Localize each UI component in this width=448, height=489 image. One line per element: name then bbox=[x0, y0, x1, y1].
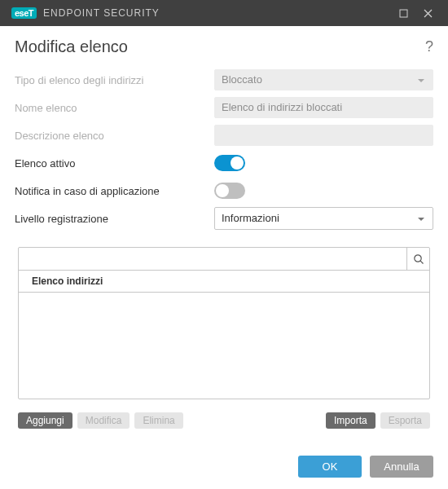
ok-button[interactable]: OK bbox=[298, 456, 362, 478]
type-select: Bloccato bbox=[214, 69, 433, 90]
svg-point-3 bbox=[414, 254, 420, 261]
description-field bbox=[214, 125, 433, 146]
add-button[interactable]: Aggiungi bbox=[18, 412, 72, 429]
active-toggle[interactable] bbox=[214, 155, 245, 171]
list-body bbox=[19, 293, 429, 399]
edit-button: Modifica bbox=[77, 412, 130, 429]
loglevel-label: Livello registrazione bbox=[15, 213, 214, 225]
window-close-button[interactable] bbox=[415, 0, 440, 26]
svg-line-4 bbox=[420, 261, 423, 263]
page-title: Modifica elenco bbox=[15, 37, 128, 56]
search-button[interactable] bbox=[406, 248, 429, 271]
search-icon bbox=[413, 253, 424, 265]
maximize-icon bbox=[399, 9, 408, 18]
search-input[interactable] bbox=[19, 249, 406, 270]
loglevel-select[interactable]: Informazioni bbox=[214, 207, 433, 230]
description-label: Descrizione elenco bbox=[15, 130, 214, 142]
svg-rect-0 bbox=[400, 10, 407, 17]
type-label: Tipo di elenco degli indirizzi bbox=[15, 74, 214, 86]
delete-button: Elimina bbox=[134, 412, 182, 429]
notify-label: Notifica in caso di applicazione bbox=[15, 185, 214, 197]
close-icon bbox=[424, 9, 433, 18]
active-label: Elenco attivo bbox=[15, 157, 214, 170]
help-button[interactable]: ? bbox=[425, 38, 433, 55]
import-button[interactable]: Importa bbox=[326, 412, 376, 429]
name-label: Nome elenco bbox=[15, 102, 214, 114]
app-name: ENDPOINT SECURITY bbox=[43, 7, 160, 19]
name-field: Elenco di indirizzi bloccati bbox=[214, 97, 433, 118]
titlebar: eseT ENDPOINT SECURITY bbox=[0, 0, 448, 26]
content: Modifica elenco ? Tipo di elenco degli i… bbox=[0, 26, 448, 435]
notify-toggle[interactable] bbox=[214, 183, 245, 199]
export-button: Esporta bbox=[380, 412, 430, 429]
brand-logo: eseT bbox=[11, 7, 37, 19]
footer: OK Annulla bbox=[0, 444, 448, 489]
address-list-panel: Elenco indirizzi bbox=[18, 247, 430, 399]
cancel-button[interactable]: Annulla bbox=[370, 456, 433, 478]
window-maximize-button[interactable] bbox=[391, 0, 415, 26]
brand-logo-badge: eseT bbox=[11, 7, 37, 19]
list-header: Elenco indirizzi bbox=[19, 271, 429, 293]
help-icon: ? bbox=[425, 38, 433, 55]
